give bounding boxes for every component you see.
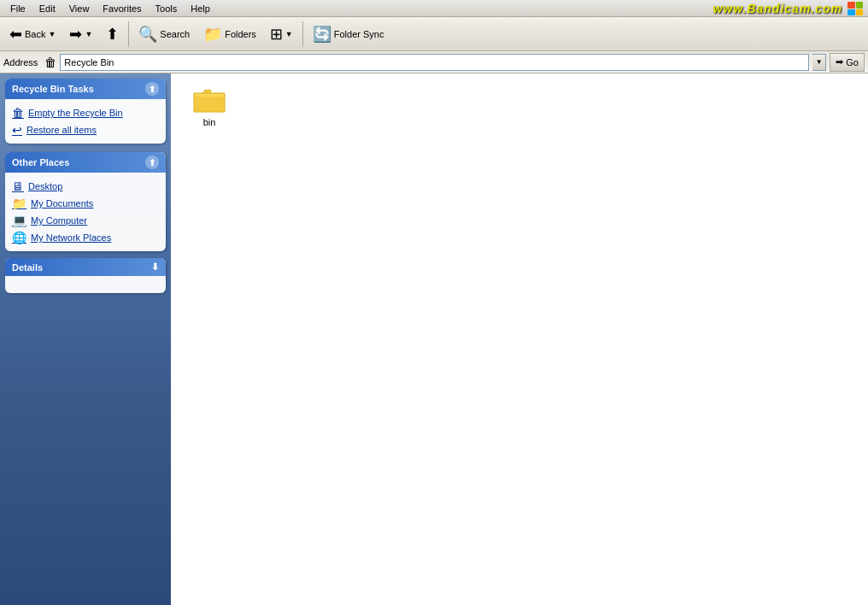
go-arrow-icon: ➡ <box>836 56 843 68</box>
up-button[interactable]: ⬆ <box>100 20 125 49</box>
main-area: Recycle Bin Tasks ⬆ 🗑 Empty the Recycle … <box>0 73 868 605</box>
empty-recycle-bin-item[interactable]: 🗑 Empty the Recycle Bin <box>9 104 162 121</box>
menu-help[interactable]: Help <box>184 2 217 15</box>
my-documents-icon: 📁 <box>12 197 26 210</box>
menu-bar: File Edit View Favorites Tools Help www.… <box>0 0 868 17</box>
back-label: Back <box>25 29 45 39</box>
address-input[interactable] <box>60 54 809 71</box>
folders-button[interactable]: 📁 Folders <box>197 20 262 49</box>
view-icon: ⊞ <box>270 25 283 44</box>
up-icon: ⬆ <box>106 25 119 44</box>
my-documents-item[interactable]: 📁 My Documents <box>9 195 162 212</box>
svg-rect-1 <box>195 94 224 97</box>
folders-icon: 📁 <box>203 25 222 44</box>
view-dropdown-icon[interactable]: ▼ <box>285 30 293 38</box>
details-collapse[interactable]: ⬇ <box>151 261 159 273</box>
content-area: bin <box>171 73 868 605</box>
menu-file[interactable]: File <box>3 2 32 15</box>
other-places-panel: Other Places ⬆ 🖥 Desktop 📁 My Documents … <box>5 152 166 251</box>
sidebar-filler <box>0 297 171 605</box>
address-label: Address <box>3 57 41 68</box>
go-button[interactable]: ➡ Go <box>830 53 865 72</box>
address-dropdown-button[interactable]: ▼ <box>812 54 826 71</box>
folder-sync-label: Folder Sync <box>334 29 384 39</box>
forward-button[interactable]: ➡ ▼ <box>63 20 98 49</box>
recycle-bin-tasks-header[interactable]: Recycle Bin Tasks ⬆ <box>5 79 166 99</box>
recycle-bin-tasks-title: Recycle Bin Tasks <box>12 84 94 94</box>
sidebar: Recycle Bin Tasks ⬆ 🗑 Empty the Recycle … <box>0 73 171 605</box>
other-places-header[interactable]: Other Places ⬆ <box>5 152 166 173</box>
menu-edit[interactable]: Edit <box>32 2 62 15</box>
bin-folder-icon <box>192 86 226 115</box>
bin-folder-label: bin <box>203 117 216 127</box>
empty-recycle-bin-icon: 🗑 <box>12 106 24 120</box>
my-network-places-label: My Network Places <box>31 232 111 243</box>
view-button[interactable]: ⊞ ▼ <box>264 20 299 49</box>
recycle-bin-icon: 🗑 <box>44 56 56 69</box>
other-places-title: Other Places <box>12 157 69 167</box>
desktop-item[interactable]: 🖥 Desktop <box>9 178 162 195</box>
my-network-places-item[interactable]: 🌐 My Network Places <box>9 229 162 246</box>
recycle-bin-tasks-panel: Recycle Bin Tasks ⬆ 🗑 Empty the Recycle … <box>5 79 166 144</box>
details-header[interactable]: Details ⬇ <box>5 258 166 276</box>
desktop-label: Desktop <box>28 181 62 191</box>
my-computer-icon: 💻 <box>12 214 26 227</box>
forward-dropdown-icon[interactable]: ▼ <box>85 30 92 38</box>
other-places-collapse[interactable]: ⬆ <box>145 156 159 169</box>
other-places-body: 🖥 Desktop 📁 My Documents 💻 My Computer 🌐… <box>5 173 166 251</box>
back-icon: ⬅ <box>9 25 22 44</box>
folder-svg <box>192 86 226 115</box>
back-button[interactable]: ⬅ Back ▼ <box>3 20 62 49</box>
search-button[interactable]: 🔍 Search <box>132 20 196 49</box>
desktop-icon: 🖥 <box>12 179 24 193</box>
restore-all-items-item[interactable]: ↩ Restore all items <box>9 121 162 138</box>
folders-label: Folders <box>225 29 256 39</box>
details-panel: Details ⬇ <box>5 258 166 293</box>
details-title: Details <box>12 262 43 273</box>
details-body <box>5 276 166 293</box>
menu-favorites[interactable]: Favorites <box>96 2 148 15</box>
toolbar: ⬅ Back ▼ ➡ ▼ ⬆ 🔍 Search 📁 Folders ⊞ ▼ 🔄 … <box>0 17 868 51</box>
toolbar-separator-1 <box>128 21 129 47</box>
menu-tools[interactable]: Tools <box>149 2 185 15</box>
search-label: Search <box>160 29 190 39</box>
recycle-bin-tasks-collapse[interactable]: ⬆ <box>145 82 159 96</box>
my-computer-item[interactable]: 💻 My Computer <box>9 212 162 229</box>
my-computer-label: My Computer <box>31 215 87 226</box>
windows-logo <box>847 2 865 15</box>
bin-folder-item[interactable]: bin <box>179 82 239 132</box>
toolbar-separator-2 <box>302 21 303 47</box>
my-network-places-icon: 🌐 <box>12 231 26 244</box>
folder-sync-icon: 🔄 <box>313 25 331 44</box>
forward-icon: ➡ <box>69 25 82 44</box>
menu-view[interactable]: View <box>62 2 97 15</box>
restore-all-icon: ↩ <box>12 123 22 137</box>
back-dropdown-icon[interactable]: ▼ <box>48 30 56 38</box>
bandicam-watermark: www.Bandicam.com <box>713 2 842 15</box>
search-icon: 🔍 <box>138 25 157 44</box>
go-label: Go <box>846 57 859 68</box>
folder-sync-button[interactable]: 🔄 Folder Sync <box>307 20 390 49</box>
empty-recycle-bin-label: Empty the Recycle Bin <box>28 108 123 118</box>
my-documents-label: My Documents <box>31 198 93 209</box>
restore-all-label: Restore all items <box>26 125 97 135</box>
address-bar: Address 🗑 ▼ ➡ Go <box>0 51 868 73</box>
recycle-bin-tasks-body: 🗑 Empty the Recycle Bin ↩ Restore all it… <box>5 99 166 144</box>
